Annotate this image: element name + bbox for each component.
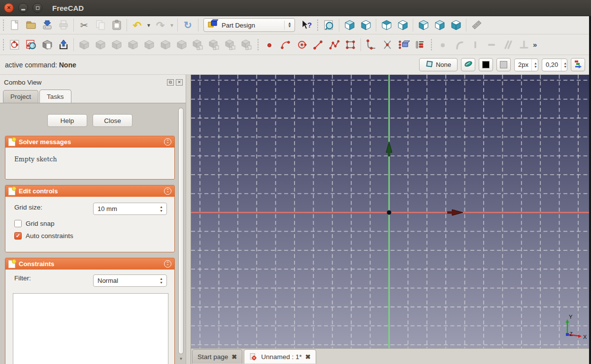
external-geometry-button[interactable] bbox=[395, 37, 412, 52]
close-tab-icon[interactable]: ✖ bbox=[305, 354, 311, 360]
collapse-icon[interactable]: ⌃⌃ bbox=[164, 260, 171, 268]
measure-distance-button[interactable] bbox=[468, 18, 485, 32]
view-left-button[interactable] bbox=[431, 18, 448, 32]
scrollbar-down-arrow-icon[interactable]: ▼ bbox=[178, 356, 184, 362]
workbench-spin-arrows[interactable]: ▲▼ bbox=[284, 21, 292, 30]
render-order-button[interactable] bbox=[571, 58, 585, 71]
solver-messages-header[interactable]: Solver messages ⌃⌃ bbox=[5, 136, 174, 148]
create-arc-button[interactable] bbox=[277, 37, 294, 52]
create-polyline-button[interactable] bbox=[326, 37, 342, 52]
document-tab-start-page[interactable]: Start page✖ bbox=[192, 349, 242, 364]
save-document-button[interactable] bbox=[39, 18, 55, 32]
panel-scrollbar[interactable]: ▼ bbox=[178, 105, 184, 363]
grid-size-value: 10 mm bbox=[98, 205, 117, 212]
line-width-spinbox[interactable]: 2px ▲▼ bbox=[514, 59, 538, 71]
map-sketch-to-face-button[interactable] bbox=[39, 37, 55, 52]
whats-this-button[interactable]: ? bbox=[298, 18, 314, 32]
toolbar-drag-handle[interactable] bbox=[315, 19, 320, 31]
window-close-button[interactable]: ✕ bbox=[4, 3, 14, 13]
view-top-button[interactable] bbox=[378, 18, 394, 32]
grid-size-spin-arrows[interactable]: ▲▼ bbox=[156, 205, 166, 212]
panel-splitter[interactable] bbox=[186, 75, 191, 364]
undo-button[interactable]: ↶ bbox=[129, 18, 145, 32]
toolbar-drag-handle[interactable] bbox=[429, 38, 433, 51]
sketch-grid-canvas[interactable]: Y X Z bbox=[191, 75, 589, 348]
line-color-button[interactable] bbox=[479, 58, 493, 71]
edit-sketch-button[interactable] bbox=[23, 37, 39, 52]
close-button[interactable]: Close bbox=[93, 114, 132, 127]
toolbar-drag-handle[interactable] bbox=[1, 38, 5, 51]
window-maximize-button[interactable] bbox=[33, 3, 42, 13]
mirrored-button bbox=[190, 37, 206, 52]
auto-constraints-checkbox-row[interactable]: ✓ Auto constraints bbox=[14, 232, 167, 240]
revolution-icon bbox=[111, 39, 123, 51]
create-fillet-button[interactable] bbox=[363, 37, 379, 52]
toolbar-partdesign-sketcher: » bbox=[0, 34, 589, 55]
collapse-icon[interactable]: ⌃⌃ bbox=[164, 138, 171, 146]
toolbar-overflow-chevron[interactable]: » bbox=[533, 40, 537, 49]
origin-point[interactable] bbox=[387, 211, 392, 215]
cut-button[interactable]: ✂ bbox=[76, 18, 92, 32]
tab-project[interactable]: Project bbox=[3, 90, 38, 103]
window-title: FreeCAD bbox=[52, 4, 84, 12]
create-line-button[interactable] bbox=[310, 37, 326, 52]
trim-edge-button[interactable] bbox=[379, 37, 395, 52]
edit-controls-header[interactable]: Edit controls ⌃⌃ bbox=[5, 185, 174, 197]
panel-float-icon[interactable]: ⧉ bbox=[167, 79, 174, 86]
undo-dropdown-button[interactable]: ▼ bbox=[145, 18, 152, 32]
point-size-spin-arrows[interactable]: ▲▼ bbox=[561, 59, 567, 71]
view-top-icon bbox=[381, 19, 393, 31]
leave-sketch-button[interactable] bbox=[55, 37, 71, 52]
select-elements-button[interactable] bbox=[461, 58, 475, 71]
create-sketch-icon bbox=[9, 39, 21, 51]
edit-mode-button[interactable]: None bbox=[419, 58, 458, 71]
workbench-selector[interactable]: Part Design ▲▼ bbox=[203, 18, 295, 32]
create-point-button[interactable] bbox=[261, 37, 277, 52]
render-order-icon bbox=[574, 60, 583, 70]
view-bottom-button[interactable] bbox=[448, 18, 464, 32]
view-axonometric-button[interactable] bbox=[341, 18, 358, 32]
panel-close-icon[interactable]: ✕ bbox=[176, 79, 183, 86]
point-size-spinbox[interactable]: 0,20 ▲▼ bbox=[542, 59, 567, 71]
grid-snap-checkbox[interactable] bbox=[14, 220, 22, 227]
panel-scrollbar-thumb[interactable] bbox=[178, 108, 184, 354]
toolbar-drag-handle[interactable] bbox=[1, 19, 5, 31]
constraints-section: Constraints ⌃⌃ Filter: Normal ▲▼ bbox=[5, 258, 175, 364]
document-tab-unnamed-1[interactable]: Unnamed : 1*✖ bbox=[244, 349, 316, 364]
face-color-button[interactable] bbox=[496, 58, 511, 71]
open-document-button[interactable] bbox=[23, 18, 39, 32]
view-right-button[interactable] bbox=[394, 18, 411, 32]
create-sketch-button[interactable] bbox=[6, 37, 23, 52]
create-arc-icon bbox=[280, 39, 292, 51]
view-front-button[interactable] bbox=[358, 18, 374, 32]
collapse-icon[interactable]: ⌃⌃ bbox=[164, 187, 171, 195]
grid-size-spinbox[interactable]: 10 mm ▲▼ bbox=[93, 203, 167, 215]
tab-tasks[interactable]: Tasks bbox=[39, 90, 71, 103]
fit-all-button[interactable] bbox=[321, 18, 337, 32]
help-button[interactable]: Help bbox=[47, 114, 87, 127]
constraints-filter-dropdown[interactable]: Normal ▲▼ bbox=[93, 274, 167, 287]
refresh-button[interactable]: ↻ bbox=[180, 18, 196, 32]
auto-constraints-checkbox[interactable]: ✓ bbox=[14, 232, 22, 240]
redo-icon: ↷ bbox=[156, 20, 165, 30]
toolbar-drag-handle[interactable] bbox=[256, 38, 260, 51]
carbon-copy-button[interactable] bbox=[412, 37, 428, 52]
window-minimize-button[interactable]: ▂ bbox=[18, 3, 28, 13]
constraints-list[interactable] bbox=[13, 293, 168, 364]
view-rear-button[interactable] bbox=[415, 18, 431, 32]
constrain-vertical-icon bbox=[469, 39, 481, 51]
pocket-button bbox=[92, 37, 108, 52]
paste-button[interactable] bbox=[108, 18, 125, 32]
active-command-label: active command: bbox=[5, 61, 57, 69]
create-rectangle-button[interactable] bbox=[342, 37, 359, 52]
grid-snap-checkbox-row[interactable]: Grid snap bbox=[14, 220, 167, 227]
constrain-tangent-icon bbox=[453, 39, 465, 51]
create-circle-button[interactable] bbox=[294, 37, 310, 52]
new-document-button[interactable] bbox=[6, 18, 23, 32]
constraints-header[interactable]: Constraints ⌃⌃ bbox=[5, 258, 174, 270]
3d-viewport[interactable]: Y X Z bbox=[191, 75, 589, 348]
filter-spin-arrows[interactable]: ▲▼ bbox=[156, 277, 166, 284]
line-width-spin-arrows[interactable]: ▲▼ bbox=[531, 59, 538, 71]
polar-pattern-button bbox=[222, 37, 238, 52]
close-tab-icon[interactable]: ✖ bbox=[231, 354, 237, 360]
